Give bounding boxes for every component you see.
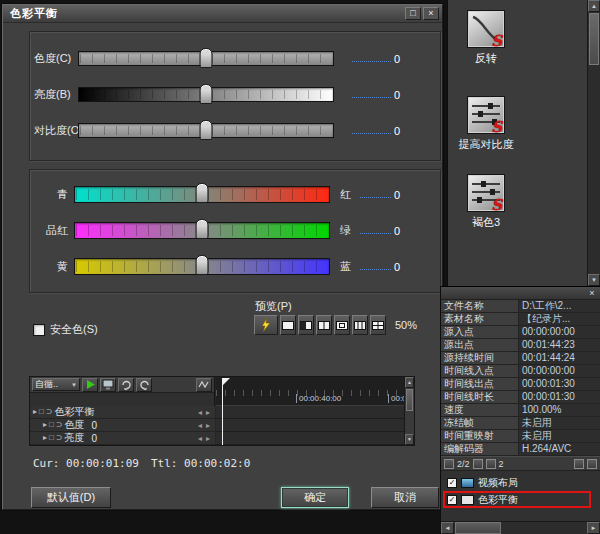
preview-layout-quad-button[interactable]	[370, 315, 386, 335]
filter-label: 视频布局	[478, 476, 518, 490]
window-restore-icon[interactable]: □	[405, 7, 421, 20]
magenta-green-value-field[interactable]: 0	[360, 223, 400, 237]
contrast-slider-thumb[interactable]	[200, 120, 213, 140]
play-button[interactable]	[82, 378, 98, 392]
keyframe-lane[interactable]	[216, 419, 404, 432]
safe-color-checkbox[interactable]	[33, 324, 45, 336]
filter-item-video-layout[interactable]: ✓ 视频布局	[444, 475, 590, 490]
timeline-ruler[interactable]: 00:00:40:00 00:0	[216, 377, 404, 406]
track-enable-icon[interactable]: □	[49, 434, 54, 442]
yellow-blue-row: 黄 蓝 0	[34, 254, 434, 278]
default-button[interactable]: 默认值(D)	[31, 487, 111, 508]
playhead[interactable]	[222, 378, 223, 445]
track-row-chroma[interactable]: ▸ □ ⊃ 色度 0 ◂ ▸	[30, 419, 215, 432]
cyan-red-value-field[interactable]: 0	[360, 187, 400, 201]
menu-icon[interactable]	[587, 459, 597, 469]
expand-icon[interactable]: ▸	[43, 421, 47, 429]
preview-layout-half-button[interactable]	[298, 315, 314, 335]
window-close-icon[interactable]: ×	[423, 7, 439, 20]
page-tab-icon[interactable]	[486, 459, 496, 469]
playback-mode-dropdown[interactable]: 自循.. ▼	[32, 378, 80, 391]
ok-button[interactable]: 确定	[281, 487, 349, 508]
plugin-badge: S	[491, 32, 502, 50]
curve-toggle-button[interactable]	[196, 378, 212, 392]
information-panel-titlebar[interactable]: ×	[441, 287, 600, 300]
scrollbar-thumb[interactable]	[589, 13, 599, 65]
preview-zoom-value[interactable]: 50%	[395, 319, 417, 331]
blue-label: 蓝	[340, 259, 356, 274]
effect-label: 提高对比度	[452, 137, 520, 152]
scroll-up-icon[interactable]: ▲	[405, 377, 414, 388]
checkbox-checked[interactable]: ✓	[447, 478, 457, 488]
contrast-value-field[interactable]: 0	[352, 123, 400, 137]
panel-close-icon[interactable]: ×	[586, 288, 598, 299]
track-enable-icon[interactable]: □	[39, 408, 44, 416]
chroma-value-field[interactable]: 0	[352, 51, 400, 65]
monitor-toggle-button[interactable]	[100, 378, 116, 392]
next-keyframe-icon[interactable]: ▸	[206, 408, 210, 417]
chroma-slider[interactable]	[78, 51, 334, 66]
loop-out-button[interactable]	[136, 378, 152, 392]
scrollbar-thumb[interactable]	[455, 522, 501, 534]
loop-in-button[interactable]	[118, 378, 134, 392]
safe-color-checkbox-row[interactable]: 安全色(S)	[33, 322, 98, 337]
prev-keyframe-icon[interactable]: ◂	[198, 408, 202, 417]
scroll-left-icon[interactable]: ◄	[441, 522, 454, 534]
effects-scrollbar[interactable]: ▲ ▼	[587, 0, 600, 286]
layout-quad-icon	[372, 321, 384, 330]
brightness-slider-thumb[interactable]	[200, 84, 213, 104]
brightness-value-field[interactable]: 0	[352, 87, 400, 101]
yellow-blue-value-field[interactable]: 0	[360, 259, 400, 273]
row-value: D:\工作\2...	[519, 300, 600, 313]
red-label: 红	[340, 187, 356, 202]
cyan-red-slider[interactable]	[74, 186, 330, 203]
cyan-red-slider-thumb[interactable]	[196, 183, 209, 203]
playhead-flag-icon[interactable]	[223, 378, 230, 385]
chroma-row: 色度(C) 0	[34, 46, 434, 70]
yellow-blue-slider-thumb[interactable]	[196, 255, 209, 275]
track-row-brightness[interactable]: ▸ □ ⊃ 亮度 0 ◂ ▸	[30, 432, 215, 445]
next-keyframe-icon[interactable]: ▸	[206, 421, 210, 430]
cancel-button[interactable]: 取消	[371, 487, 439, 508]
preview-flash-button[interactable]	[254, 315, 278, 335]
scroll-right-icon[interactable]: ►	[587, 522, 600, 534]
track-enable-icon[interactable]: □	[49, 421, 54, 429]
effect-item-raise-contrast[interactable]: S 提高对比度	[452, 96, 520, 152]
timeline-vertical-scrollbar[interactable]: ▲ ▼	[404, 377, 414, 445]
next-keyframe-icon[interactable]: ▸	[206, 434, 210, 443]
keyframe-lane[interactable]	[216, 432, 404, 445]
timeline-lane-area[interactable]: 00:00:40:00 00:0	[216, 377, 404, 445]
effect-item-invert[interactable]: S 反转	[452, 10, 520, 66]
scroll-down-icon[interactable]: ▼	[405, 434, 414, 445]
scroll-down-icon[interactable]: ▼	[588, 274, 600, 286]
grid-view-icon[interactable]	[444, 459, 454, 469]
prev-keyframe-icon[interactable]: ◂	[198, 434, 202, 443]
row-key: 源出点	[441, 339, 519, 352]
preview-layout-stripes-button[interactable]	[352, 315, 368, 335]
scrollbar-thumb[interactable]	[406, 389, 413, 411]
layout-stripes-icon	[354, 321, 366, 330]
magenta-green-slider[interactable]	[74, 222, 330, 239]
effect-item-sepia3[interactable]: S 褐色3	[452, 174, 520, 230]
prev-keyframe-icon[interactable]: ◂	[198, 421, 202, 430]
preview-layout-split-button[interactable]	[316, 315, 332, 335]
chroma-slider-thumb[interactable]	[200, 48, 213, 68]
scroll-up-icon[interactable]: ▲	[588, 0, 600, 12]
horizontal-scrollbar[interactable]: ◄ ►	[441, 521, 600, 534]
page-tab-icon[interactable]	[473, 459, 483, 469]
magenta-green-slider-thumb[interactable]	[196, 219, 209, 239]
preview-layout-inset-button[interactable]	[334, 315, 350, 335]
checkbox-checked[interactable]: ✓	[447, 495, 457, 505]
yellow-blue-slider[interactable]	[74, 258, 330, 275]
keyframe-lane[interactable]	[216, 406, 404, 419]
expand-icon[interactable]: ▸	[33, 408, 37, 416]
list-view-icon[interactable]	[574, 459, 584, 469]
expand-icon[interactable]: ▸	[43, 434, 47, 442]
preview-layout-full-button[interactable]	[280, 315, 296, 335]
brightness-slider[interactable]	[78, 87, 334, 102]
dialog-titlebar[interactable]: 色彩平衡 □ ×	[3, 5, 442, 23]
track-row-color-balance[interactable]: ▸ □ ⊃ 色彩平衡 ◂ ▸	[30, 406, 215, 419]
chroma-label: 色度(C)	[34, 51, 78, 66]
filter-item-color-balance[interactable]: ✓ 色彩平衡	[444, 492, 590, 507]
contrast-slider[interactable]	[78, 123, 334, 138]
